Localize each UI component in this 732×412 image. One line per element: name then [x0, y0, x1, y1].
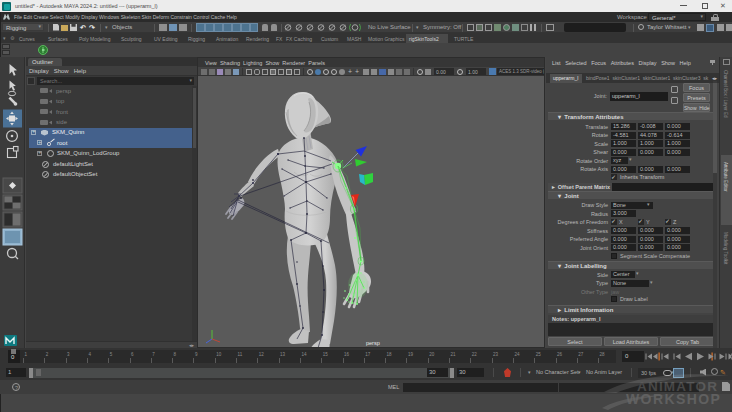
svg-text:persp: persp — [366, 340, 380, 346]
